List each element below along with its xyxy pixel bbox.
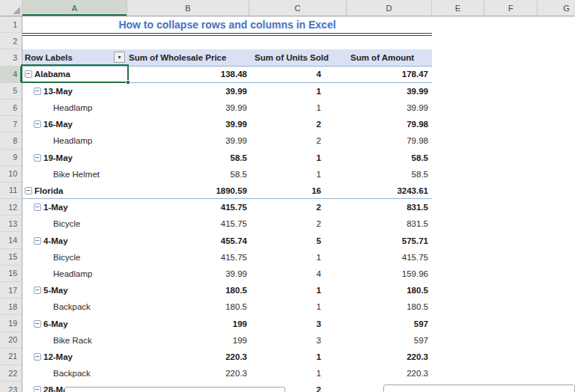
wholesale-price-cell[interactable]: 415.75 — [127, 253, 249, 262]
amount-cell[interactable]: 39.99 — [347, 87, 432, 96]
units-sold-cell[interactable]: 1 — [249, 153, 347, 162]
wholesale-price-cell[interactable]: 455.74 — [127, 236, 249, 245]
row-label-cell[interactable]: Bicycle — [22, 219, 127, 228]
amount-cell[interactable]: 415.75 — [347, 253, 432, 262]
wholesale-price-cell[interactable]: 220.3 — [127, 369, 249, 378]
column-header-E[interactable]: E — [432, 0, 484, 16]
collapse-button[interactable]: − — [34, 154, 41, 162]
row-label-cell[interactable]: Bike Rack — [22, 336, 127, 345]
collapse-button[interactable]: − — [34, 386, 41, 392]
row-header-12[interactable]: 12 — [0, 199, 22, 215]
collapse-button[interactable]: − — [34, 237, 41, 245]
row-labels-header-cell[interactable]: Row Labels ▼ — [22, 49, 127, 65]
row-header-17[interactable]: 17 — [0, 282, 22, 298]
row-header-15[interactable]: 15 — [0, 249, 22, 266]
units-sold-cell[interactable]: 2 — [249, 219, 347, 228]
row-label-cell[interactable]: Headlamp — [22, 136, 127, 145]
amount-cell[interactable]: 180.5 — [347, 302, 432, 311]
row-label-cell[interactable]: Backpack — [22, 302, 127, 311]
wholesale-price-header-cell[interactable]: Sum of Wholesale Price — [127, 53, 249, 62]
row-label-cell[interactable]: − Alabama — [22, 70, 127, 79]
row-header-20[interactable]: 20 — [0, 332, 22, 349]
row-header-16[interactable]: 16 — [0, 266, 22, 282]
collapse-button[interactable]: − — [34, 287, 41, 294]
units-sold-cell[interactable]: 1 — [249, 286, 347, 295]
units-sold-cell[interactable]: 1 — [249, 103, 347, 112]
amount-cell[interactable]: 159.96 — [347, 269, 432, 278]
amount-cell[interactable]: 220.3 — [347, 369, 432, 378]
wholesale-price-cell[interactable]: 180.5 — [127, 286, 249, 295]
row-header-22[interactable]: 22 — [0, 365, 22, 382]
units-sold-cell[interactable]: 4 — [249, 269, 347, 278]
units-sold-header-cell[interactable]: Sum of Units Sold — [249, 53, 347, 62]
wholesale-price-cell[interactable]: 39.99 — [127, 87, 249, 96]
wholesale-price-cell[interactable]: 58.5 — [127, 153, 249, 162]
row-label-cell[interactable]: − Florida — [22, 186, 127, 195]
amount-cell[interactable]: 58.5 — [347, 170, 432, 179]
row-label-cell[interactable]: Headlamp — [22, 269, 127, 278]
wholesale-price-cell[interactable]: 199 — [127, 336, 249, 345]
column-header-A[interactable]: A — [22, 0, 127, 16]
row-label-cell[interactable]: − 19-May — [22, 153, 127, 162]
collapse-button[interactable]: − — [25, 187, 32, 195]
amount-cell[interactable]: 79.98 — [347, 136, 432, 145]
row-header-8[interactable]: 8 — [0, 132, 22, 149]
wholesale-price-cell[interactable]: 199 — [127, 319, 249, 328]
row-header-19[interactable]: 19 — [0, 315, 22, 331]
row-label-cell[interactable]: − 16-May — [22, 120, 127, 129]
row-label-cell[interactable]: Backpack — [22, 369, 127, 378]
column-header-G[interactable]: G — [538, 0, 575, 16]
units-sold-cell[interactable]: 16 — [249, 186, 347, 195]
amount-cell[interactable]: 220.3 — [347, 352, 432, 361]
amount-cell[interactable]: 831.5 — [347, 219, 432, 228]
sheet-title-cell[interactable]: How to collapse rows and columns in Exce… — [22, 16, 432, 33]
amount-cell[interactable]: 597 — [347, 319, 432, 328]
amount-cell[interactable]: 79.98 — [347, 120, 432, 129]
wholesale-price-cell[interactable]: 180.5 — [127, 302, 249, 311]
row-header-6[interactable]: 6 — [0, 99, 22, 116]
collapse-button[interactable]: − — [34, 203, 41, 211]
units-sold-cell[interactable]: 1 — [249, 302, 347, 311]
units-sold-cell[interactable]: 5 — [249, 236, 347, 245]
row-label-cell[interactable]: Bike Helmet — [22, 170, 127, 179]
wholesale-price-cell[interactable]: 415.75 — [127, 203, 249, 212]
units-sold-cell[interactable]: 3 — [249, 319, 347, 328]
units-sold-cell[interactable]: 1 — [249, 369, 347, 378]
column-header-C[interactable]: C — [249, 0, 347, 16]
row-header-18[interactable]: 18 — [0, 298, 22, 315]
units-sold-cell[interactable]: 1 — [249, 87, 347, 96]
wholesale-price-cell[interactable]: 39.99 — [127, 120, 249, 129]
wholesale-price-cell[interactable]: 415.75 — [127, 219, 249, 228]
row-label-cell[interactable]: − 4-May — [22, 236, 127, 245]
amount-cell[interactable]: 180.5 — [347, 286, 432, 295]
amount-cell[interactable]: 178.47 — [347, 70, 432, 79]
filter-dropdown-button[interactable]: ▼ — [114, 52, 125, 63]
collapse-button[interactable]: − — [34, 120, 41, 128]
row-label-cell[interactable]: − 6-May — [22, 319, 127, 328]
row-label-cell[interactable]: Headlamp — [22, 103, 127, 112]
column-header-F[interactable]: F — [484, 0, 538, 16]
units-sold-cell[interactable]: 2 — [249, 203, 347, 212]
collapse-button[interactable]: − — [34, 320, 41, 328]
row-header-4[interactable]: 4 — [0, 67, 22, 83]
units-sold-cell[interactable]: 3 — [249, 336, 347, 345]
wholesale-price-cell[interactable]: 39.99 — [127, 103, 249, 112]
wholesale-price-cell[interactable]: 138.48 — [127, 70, 249, 79]
wholesale-price-cell[interactable]: 39.99 — [127, 269, 249, 278]
row-header-5[interactable]: 5 — [0, 83, 22, 99]
row-label-cell[interactable]: − 5-May — [22, 286, 127, 295]
wholesale-price-cell[interactable]: 58.5 — [127, 170, 249, 179]
amount-cell[interactable]: 58.5 — [347, 153, 432, 162]
amount-cell[interactable]: 575.71 — [347, 236, 432, 245]
row-header-13[interactable]: 13 — [0, 215, 22, 232]
row-header-7[interactable]: 7 — [0, 116, 22, 132]
row-label-cell[interactable]: − 1-May — [22, 203, 127, 212]
wholesale-price-cell[interactable]: 220.3 — [127, 352, 249, 361]
collapse-button[interactable]: − — [34, 88, 41, 95]
amount-cell[interactable]: 597 — [347, 336, 432, 345]
row-header-1[interactable]: 1 — [0, 16, 22, 33]
row-header-9[interactable]: 9 — [0, 150, 22, 166]
row-header-14[interactable]: 14 — [0, 232, 22, 248]
row-label-cell[interactable]: − 12-May — [22, 352, 127, 361]
wholesale-price-cell[interactable]: 39.99 — [127, 136, 249, 145]
